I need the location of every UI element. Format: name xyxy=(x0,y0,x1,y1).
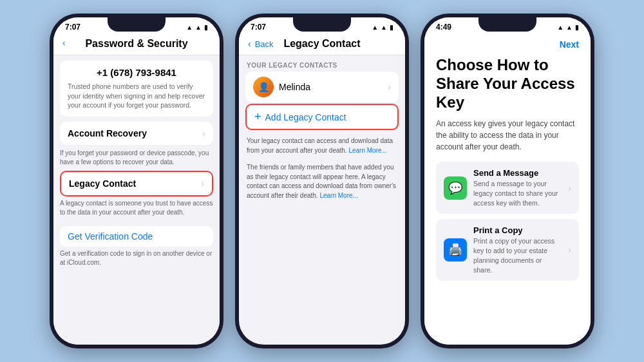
avatar-melinda: 👤 xyxy=(253,77,274,97)
next-button[interactable]: Next xyxy=(560,39,579,50)
time-3: 4:49 xyxy=(436,23,451,32)
phone-1: 7:07 ▲ ▲ ▮ ‹ Password & Security +1 (678… xyxy=(50,14,223,348)
add-legacy-contact-section[interactable]: + Add Legacy Contact xyxy=(245,104,399,130)
chevron-print: › xyxy=(568,245,571,255)
print-icon-glyph: 🖨️ xyxy=(448,243,462,257)
big-desc: An access key gives your legacy contact … xyxy=(436,118,579,153)
wifi-icon: ▲ xyxy=(195,24,202,31)
phone-2: 7:07 ▲ ▲ ▮ ‹ Back Legacy Contact YOUR LE… xyxy=(235,14,409,348)
chevron-back-icon-1: ‹ xyxy=(62,38,65,48)
wifi-icon-2: ▲ xyxy=(381,24,387,31)
learn-more-1[interactable]: Learn More... xyxy=(348,147,386,154)
signal-icon-3: ▲ xyxy=(557,24,564,31)
phone-number: +1 (678) 793-9841 xyxy=(68,67,205,78)
time-2: 7:07 xyxy=(251,23,266,32)
screen-content-1: +1 (678) 793-9841 Trusted phone numbers … xyxy=(53,55,220,345)
notch-2 xyxy=(293,17,351,32)
message-icon-glyph: 💬 xyxy=(448,181,462,195)
print-copy-title: Print a Copy xyxy=(473,225,562,235)
send-message-title: Send a Message xyxy=(473,168,562,178)
notch-3 xyxy=(478,17,536,32)
battery-icon: ▮ xyxy=(204,24,208,31)
print-copy-option[interactable]: 🖨️ Print a Copy Print a copy of your acc… xyxy=(436,219,579,281)
battery-icon-3: ▮ xyxy=(575,24,579,31)
back-label-2[interactable]: Back xyxy=(255,39,274,49)
chevron-icon-legacy: › xyxy=(201,178,204,189)
learn-more-2[interactable]: Learn More... xyxy=(319,192,357,199)
send-message-option[interactable]: 💬 Send a Message Send a message to your … xyxy=(436,162,579,214)
print-copy-desc: Print a copy of your access key to add t… xyxy=(473,236,562,274)
get-code-desc: Get a verification code to sign in on an… xyxy=(53,247,220,271)
get-code-section[interactable]: Get Verification Code xyxy=(60,226,213,247)
status-icons-2: ▲ ▲ ▮ xyxy=(372,24,393,31)
send-message-text: Send a Message Send a message to your le… xyxy=(473,168,562,207)
legacy-contact-label: Legacy Contact xyxy=(69,178,136,189)
wifi-icon-3: ▲ xyxy=(566,24,573,31)
nav-title-2: Legacy Contact xyxy=(283,38,360,50)
status-icons-1: ▲ ▲ ▮ xyxy=(186,24,208,31)
chevron-icon-account: › xyxy=(202,128,205,138)
add-contact-label[interactable]: Add Legacy Contact xyxy=(265,112,346,122)
account-recovery-row[interactable]: Account Recovery › xyxy=(60,122,213,145)
nav-bar-2: ‹ Back Legacy Contact xyxy=(239,34,405,55)
legacy-contact-desc: A legacy contact is someone you trust to… xyxy=(53,196,220,221)
screen-2: 7:07 ▲ ▲ ▮ ‹ Back Legacy Contact YOUR LE… xyxy=(239,17,405,345)
account-recovery-label: Account Recovery xyxy=(68,128,147,138)
add-icon: + xyxy=(254,110,261,124)
print-copy-text: Print a Copy Print a copy of your access… xyxy=(473,225,562,274)
screen-3: 4:49 ▲ ▲ ▮ Next Choose How to Share Your… xyxy=(424,17,591,345)
chevron-icon-contact: › xyxy=(388,82,391,92)
screen-content-2: YOUR LEGACY CONTACTS 👤 Melinda › + Add L… xyxy=(239,55,405,345)
chevron-back-icon-2: ‹ xyxy=(248,39,251,49)
contact-name: Melinda xyxy=(279,82,383,92)
battery-icon-2: ▮ xyxy=(390,24,393,31)
nav-bar-1: ‹ Password & Security xyxy=(53,34,220,55)
status-icons-3: ▲ ▲ ▮ xyxy=(557,24,579,31)
account-recovery-desc: If you forget your password or device pa… xyxy=(53,146,220,171)
signal-icon-2: ▲ xyxy=(372,24,378,31)
back-area-2[interactable]: ‹ Back xyxy=(248,39,274,49)
contact-row[interactable]: 👤 Melinda › xyxy=(245,71,399,102)
print-icon: 🖨️ xyxy=(444,238,467,262)
chevron-message: › xyxy=(568,183,571,193)
message-icon: 💬 xyxy=(444,176,467,200)
send-message-desc: Send a message to your legacy contact to… xyxy=(473,179,562,207)
back-button-1[interactable]: ‹ xyxy=(62,38,65,48)
big-title: Choose How to Share Your Access Key xyxy=(436,56,579,111)
info-text-2: The friends or family members that have … xyxy=(239,160,405,205)
info-text-1: Your legacy contact can access and downl… xyxy=(239,134,405,160)
screen-content-3: Next Choose How to Share Your Access Key… xyxy=(424,34,591,345)
account-recovery-section[interactable]: Account Recovery › xyxy=(60,122,213,145)
time-1: 7:07 xyxy=(65,23,80,32)
signal-icon: ▲ xyxy=(186,24,193,31)
get-code-button[interactable]: Get Verification Code xyxy=(60,226,213,247)
section-label-2: YOUR LEGACY CONTACTS xyxy=(239,55,405,71)
phone-3: 4:49 ▲ ▲ ▮ Next Choose How to Share Your… xyxy=(421,14,594,348)
legacy-contact-row[interactable]: Legacy Contact › xyxy=(61,172,212,195)
phone-number-section: +1 (678) 793-9841 Trusted phone numbers … xyxy=(60,61,213,117)
nav-title-1: Password & Security xyxy=(85,38,187,50)
legacy-contact-section[interactable]: Legacy Contact › xyxy=(60,171,213,196)
screen-1: 7:07 ▲ ▲ ▮ ‹ Password & Security +1 (678… xyxy=(53,17,220,345)
phone-number-desc: Trusted phone numbers are used to verify… xyxy=(68,82,205,110)
notch-1 xyxy=(108,17,166,32)
